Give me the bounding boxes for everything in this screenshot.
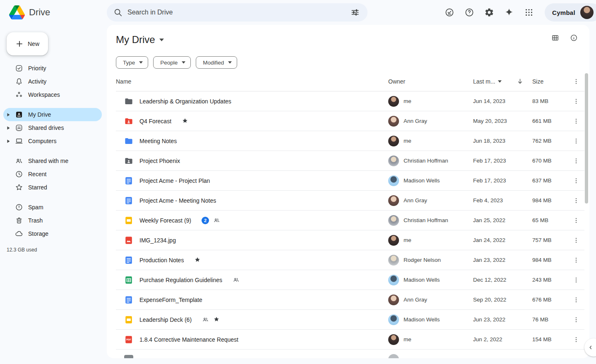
table-row[interactable]: Production Notes Rodger Nelson Jan 23, 2… (116, 250, 584, 270)
sidebar-item-label: Recent (28, 171, 46, 177)
search-filters-icon[interactable] (347, 4, 363, 21)
file-name: Project Acme - Project Plan (139, 177, 210, 184)
row-menu-button[interactable] (570, 194, 583, 207)
sidebar-item-my-drive[interactable]: My Drive (3, 108, 102, 121)
file-size: 65 MB (532, 217, 568, 223)
table-row[interactable]: Leadership & Organization Updates me Jun… (116, 91, 584, 111)
page-title-dropdown[interactable]: My Drive (116, 33, 580, 46)
sidebar-item-storage[interactable]: Storage (3, 227, 102, 240)
last-modified: Feb 17, 2023 (473, 158, 532, 164)
sidebar-item-recent[interactable]: Recent (3, 168, 102, 181)
sidebar-item-spam[interactable]: Spam (3, 201, 102, 214)
main-panel: My Drive Type People (107, 25, 589, 358)
expand-caret-icon[interactable] (7, 139, 11, 143)
owner-avatar (388, 136, 399, 146)
row-menu-button[interactable] (570, 214, 583, 227)
image-icon (124, 236, 133, 245)
settings-icon[interactable] (481, 4, 497, 21)
last-modified: Jun 23, 2022 (473, 316, 532, 323)
help-icon[interactable] (461, 4, 478, 21)
profile-avatar[interactable] (580, 6, 594, 19)
table-row-partial[interactable] (116, 350, 584, 358)
file-size: 154 MB (532, 336, 568, 342)
filter-chip-people[interactable]: People (153, 56, 191, 69)
column-header-size[interactable]: Size (532, 78, 568, 85)
offline-status-icon[interactable] (441, 4, 458, 21)
last-modified: Jan 25, 2022 (473, 217, 532, 223)
last-modified: Jun 14, 2023 (473, 98, 532, 104)
folder-blue-icon (124, 136, 133, 146)
info-icon[interactable] (570, 34, 578, 42)
sidebar-item-label: My Drive (28, 111, 51, 118)
table-row[interactable]: Purchase Regulation Guidelines Madison W… (116, 270, 584, 290)
search-input[interactable] (127, 8, 343, 17)
table-row[interactable]: Project Acme - Meeting Notes Ann Gray Fe… (116, 191, 584, 211)
gemini-sparkle-icon[interactable] (501, 4, 517, 21)
owner-name: Ann Gray (404, 297, 427, 303)
owner-avatar (388, 314, 399, 325)
row-menu-button[interactable] (570, 95, 583, 108)
grid-view-icon[interactable] (551, 34, 559, 42)
sidebar-item-shared-drives[interactable]: Shared drives (3, 121, 102, 134)
owner-avatar (388, 354, 399, 358)
apps-grid-icon[interactable] (521, 4, 537, 21)
table-row[interactable]: Project Acme - Project Plan Madison Well… (116, 171, 584, 191)
column-header-owner[interactable]: Owner (388, 78, 473, 85)
new-button[interactable]: New (7, 32, 48, 55)
file-name: Project Acme - Meeting Notes (139, 197, 216, 204)
owner-name: me (404, 237, 411, 243)
owner-avatar (388, 275, 399, 285)
owner-name: Ann Gray (404, 118, 427, 124)
row-menu-button[interactable] (570, 174, 583, 187)
chevron-down-icon (139, 61, 143, 64)
row-menu-button[interactable] (570, 293, 583, 307)
owner-avatar (388, 235, 399, 246)
table-row[interactable]: Q4 Forecast Ann Gray May 20, 2023 661 MB (116, 111, 584, 131)
shared-people-icon (233, 276, 240, 283)
row-menu-button[interactable] (570, 115, 583, 128)
row-menu-button[interactable] (570, 254, 583, 267)
owner-name: Ann Gray (404, 197, 427, 204)
account-pill[interactable]: Cymbal (545, 3, 596, 22)
sidebar-item-starred[interactable]: Starred (3, 181, 102, 194)
row-menu-button[interactable] (570, 313, 583, 326)
table-row[interactable]: IMG_1234.jpg me Jan 24, 2022 757 MB (116, 230, 584, 250)
row-menu-button[interactable] (570, 134, 583, 148)
table-row[interactable]: PDF 1.8.4 Corrective Maintenance Request… (116, 330, 584, 350)
column-header-name[interactable]: Name (116, 78, 388, 85)
sidebar-item-activity[interactable]: Activity (3, 75, 102, 88)
table-header-menu-button[interactable] (570, 75, 583, 88)
filter-chip-modified[interactable]: Modified (196, 56, 237, 69)
row-menu-button[interactable] (570, 154, 583, 168)
filter-chip-type[interactable]: Type (116, 56, 148, 69)
sidebar-item-trash[interactable]: Trash (3, 214, 102, 227)
pdf-icon: PDF (124, 335, 133, 344)
search-bar[interactable] (107, 3, 368, 22)
sidebar-item-label: Shared drives (28, 125, 64, 131)
table-row[interactable]: Project Phoenix Christian Hoffman Feb 17… (116, 151, 584, 171)
expand-caret-icon[interactable] (7, 126, 11, 130)
file-list: Leadership & Organization Updates me Jun… (116, 91, 584, 358)
brand[interactable]: Drive (0, 5, 107, 19)
vertical-scrollbar[interactable] (585, 73, 588, 204)
sort-direction-icon[interactable] (517, 78, 524, 85)
file-name: Project Phoenix (139, 158, 180, 164)
expand-caret-icon[interactable] (7, 113, 11, 117)
docs-icon (124, 176, 133, 185)
row-menu-button[interactable] (570, 333, 583, 346)
sidebar-item-priority[interactable]: Priority (3, 62, 102, 75)
owner-avatar (388, 116, 399, 127)
sidebar-item-computers[interactable]: Computers (3, 134, 102, 148)
row-menu-button[interactable] (570, 273, 583, 287)
table-row[interactable]: Meeting Notes me Jun 18, 2023 762 MB (116, 131, 584, 151)
column-header-modified[interactable]: Last m... (473, 78, 532, 85)
sidebar-item-label: Spam (28, 204, 43, 211)
shared-people-icon (202, 316, 209, 323)
sidebar-item-workspaces[interactable]: Workspaces (3, 88, 102, 101)
table-row[interactable]: Weekly Forecast (9) 2 Christian Hoffman … (116, 211, 584, 230)
table-row[interactable]: Leadership Deck (6) Madison Wells Jun 23… (116, 310, 584, 330)
row-menu-button[interactable] (570, 234, 583, 247)
sidebar-item-shared-with-me[interactable]: Shared with me (3, 154, 102, 168)
chevron-down-icon (159, 38, 164, 41)
table-row[interactable]: ExpenseForm_Template Ann Gray Sep 20, 20… (116, 290, 584, 310)
